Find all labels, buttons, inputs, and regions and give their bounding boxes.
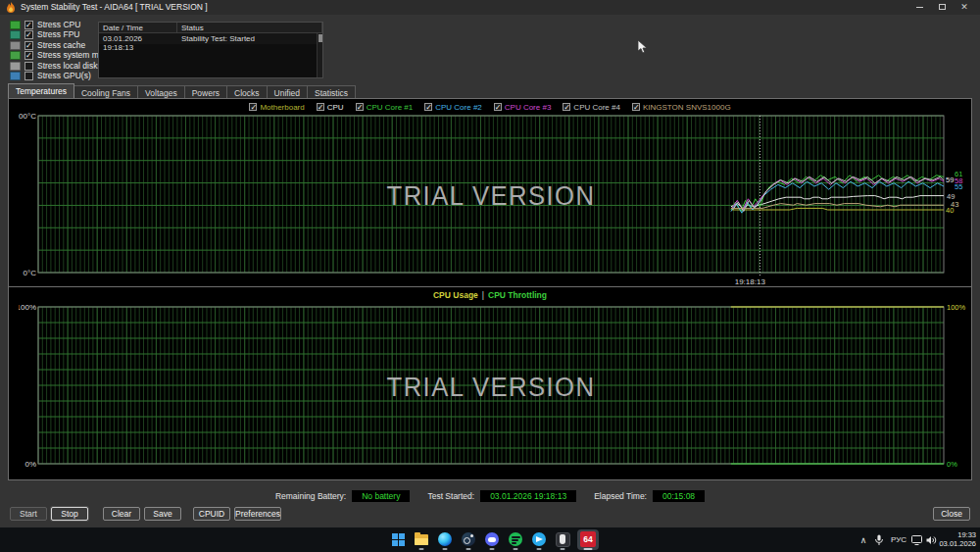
- maximize-button[interactable]: [932, 0, 952, 15]
- svg-text:100%: 100%: [947, 303, 966, 312]
- column-header-datetime[interactable]: Date / Time: [99, 23, 177, 32]
- tab-bar: Temperatures Cooling Fans Voltages Power…: [8, 83, 355, 98]
- svg-text:0°C: 0°C: [24, 269, 37, 277]
- gpu-icon: [10, 72, 21, 80]
- svg-text:0%: 0%: [947, 460, 957, 469]
- fpu-icon: [10, 30, 21, 39]
- clear-button[interactable]: Clear: [103, 507, 140, 521]
- stress-fpu-label: Stress FPU: [37, 29, 79, 39]
- svg-text:55: 55: [955, 182, 962, 191]
- windows-logo-icon: [392, 533, 405, 546]
- stress-gpu-checkbox[interactable]: [24, 72, 33, 80]
- running-indicator: [490, 548, 495, 550]
- epic-games-icon: [556, 532, 570, 547]
- volume-icon[interactable]: [924, 527, 939, 552]
- svg-text:0%: 0%: [24, 460, 36, 469]
- tray-date: 03.01.2026: [939, 539, 976, 548]
- edge-icon: [438, 532, 452, 546]
- running-indicator: [514, 548, 518, 550]
- telegram-icon: [532, 532, 546, 546]
- edge-button[interactable]: [436, 529, 454, 550]
- tab-voltages[interactable]: Voltages: [137, 85, 185, 98]
- status-test-started: Test Started: 03.01.2026 19:18:13: [427, 490, 576, 502]
- log-table-header: Date / Time Status: [99, 23, 322, 33]
- scrollbar-thumb[interactable]: [318, 34, 322, 42]
- steam-button[interactable]: [460, 529, 477, 550]
- taskbar-apps: 64: [389, 528, 599, 550]
- column-header-status[interactable]: Status: [177, 23, 322, 32]
- start-button[interactable]: Start: [10, 507, 47, 521]
- microphone-icon[interactable]: [872, 527, 886, 552]
- discord-icon: [485, 532, 499, 546]
- trial-watermark-bottom: TRIAL VERSION: [305, 373, 677, 403]
- aida64-button[interactable]: 64: [577, 529, 599, 550]
- tab-cooling-fans[interactable]: Cooling Fans: [74, 85, 138, 98]
- stress-cache-label: Stress cache: [37, 40, 85, 50]
- stress-cpu-checkbox[interactable]: [24, 21, 33, 29]
- cpu-icon: [10, 21, 21, 29]
- close-button[interactable]: Close: [933, 507, 970, 521]
- svg-text:40: 40: [946, 206, 954, 215]
- stress-option-cpu[interactable]: Stress CPU: [10, 20, 80, 29]
- preferences-button[interactable]: Preferences: [234, 507, 281, 521]
- stop-button[interactable]: Stop: [51, 507, 88, 521]
- app-flame-icon: [6, 2, 16, 13]
- window-title: System Stability Test - AIDA64 [ TRIAL V…: [21, 2, 208, 12]
- title-bar: System Stability Test - AIDA64 [ TRIAL V…: [0, 0, 980, 15]
- screen: System Stability Test - AIDA64 [ TRIAL V…: [0, 0, 980, 552]
- disk-icon: [10, 62, 21, 71]
- discord-button[interactable]: [483, 529, 501, 550]
- status-bar: Remaining Battery: No battery Test Start…: [0, 489, 980, 503]
- tray-chevron-up-icon[interactable]: ∧: [857, 527, 870, 552]
- stress-option-disks[interactable]: Stress local disks: [10, 61, 102, 71]
- close-window-button[interactable]: ✕: [955, 0, 974, 15]
- spotify-icon: [509, 532, 522, 546]
- log-scrollbar[interactable]: [317, 33, 322, 77]
- running-indicator: [443, 548, 448, 550]
- stress-option-gpu[interactable]: Stress GPU(s): [10, 71, 91, 80]
- tray-time: 19:33: [939, 530, 976, 539]
- epic-games-button[interactable]: [554, 529, 571, 550]
- spotify-button[interactable]: [507, 529, 524, 550]
- event-log-table: Date / Time Status 03.01.2026 19:18:13 S…: [98, 22, 323, 78]
- status-elapsed-time: Elapsed Time: 00:15:08: [594, 490, 705, 502]
- log-cell-status: Stability Test: Started: [177, 33, 259, 44]
- tab-unified[interactable]: Unified: [267, 85, 308, 98]
- cache-icon: [10, 41, 21, 50]
- status-remaining-battery: Remaining Battery: No battery: [275, 490, 411, 502]
- stress-fpu-checkbox[interactable]: [24, 30, 33, 39]
- tab-clocks[interactable]: Clocks: [226, 85, 268, 98]
- stress-option-cache[interactable]: Stress cache: [10, 40, 85, 50]
- running-indicator: [466, 548, 471, 550]
- telegram-button[interactable]: [530, 529, 548, 550]
- stress-memory-checkbox[interactable]: [24, 51, 33, 60]
- taskbar: 64 ∧ РУС 19:33 03.01.2026: [0, 527, 980, 552]
- steam-icon: [462, 532, 475, 546]
- stress-option-fpu[interactable]: Stress FPU: [10, 29, 79, 39]
- language-indicator[interactable]: РУС: [887, 527, 910, 552]
- stress-disks-checkbox[interactable]: [24, 62, 33, 71]
- svg-text:19:18:13: 19:18:13: [735, 277, 766, 286]
- running-indicator: [584, 548, 593, 550]
- start-menu-button[interactable]: [389, 529, 407, 550]
- log-cell-datetime: 03.01.2026 19:18:13: [99, 33, 177, 44]
- svg-text:100°C: 100°C: [19, 112, 36, 121]
- table-row[interactable]: 03.01.2026 19:18:13 Stability Test: Star…: [99, 33, 322, 44]
- minimize-button[interactable]: [909, 0, 929, 15]
- save-button[interactable]: Save: [144, 507, 181, 521]
- running-indicator: [537, 548, 542, 550]
- mouse-cursor: [637, 39, 649, 55]
- chart-divider: [9, 286, 971, 287]
- trial-watermark-top: TRIAL VERSION: [305, 181, 677, 212]
- display-tray-icon[interactable]: [909, 527, 924, 552]
- stress-cache-checkbox[interactable]: [24, 41, 33, 50]
- folder-icon: [415, 534, 428, 545]
- tab-temperatures[interactable]: Temperatures: [8, 83, 74, 98]
- stress-gpu-label: Stress GPU(s): [37, 71, 91, 80]
- tab-statistics[interactable]: Statistics: [307, 85, 356, 98]
- clock[interactable]: 19:33 03.01.2026: [939, 530, 976, 548]
- file-explorer-button[interactable]: [413, 529, 430, 550]
- stress-disks-label: Stress local disks: [37, 61, 102, 71]
- cpuid-button[interactable]: CPUID: [193, 507, 230, 521]
- tab-powers[interactable]: Powers: [184, 85, 227, 98]
